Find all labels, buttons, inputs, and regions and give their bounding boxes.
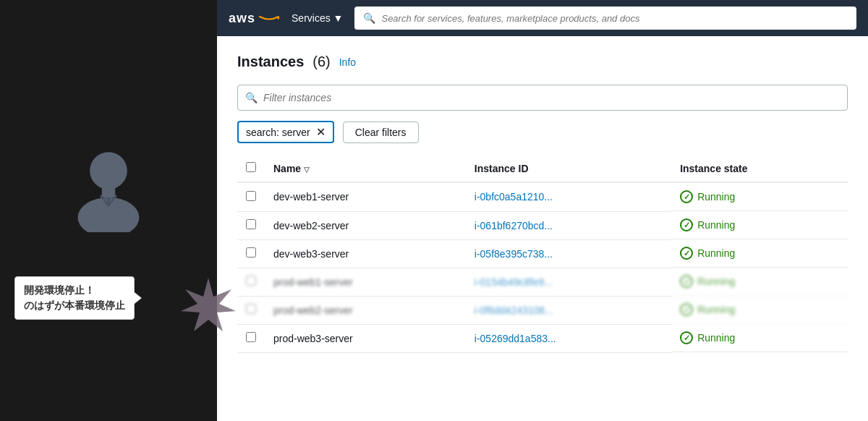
state-label: Running xyxy=(697,276,735,287)
main-content: Instances (6) Info 🔍 search: server ✕ Cl… xyxy=(217,36,868,421)
running-state-icon xyxy=(680,331,693,344)
row-name: prod-web2-server xyxy=(265,296,466,324)
top-nav: aws Services ▼ 🔍 xyxy=(217,0,868,36)
aws-label: aws xyxy=(229,11,255,26)
filter-search-icon: 🔍 xyxy=(245,92,258,103)
page-title: Instances xyxy=(237,54,304,70)
row-instance-id[interactable]: i-05f8e395c738... xyxy=(466,239,671,268)
row-state: Running xyxy=(671,296,848,324)
svg-marker-3 xyxy=(181,278,236,331)
global-search-bar[interactable]: 🔍 xyxy=(354,7,856,30)
row-state: Running xyxy=(671,324,848,352)
row-checkbox-cell[interactable] xyxy=(237,296,265,324)
avatar xyxy=(65,145,152,232)
row-instance-id[interactable]: i-0f6dd4243108... xyxy=(466,296,671,324)
table-row: prod-web3-server i-05269dd1a583... Runni… xyxy=(237,324,848,352)
row-state: Running xyxy=(671,211,848,239)
row-checkbox-cell[interactable] xyxy=(237,211,265,239)
filter-tag-close-icon[interactable]: ✕ xyxy=(316,125,326,139)
left-panel: 開発環境停止！ のはずが本番環境停止 xyxy=(0,0,217,421)
row-checkbox[interactable] xyxy=(246,247,256,258)
row-name: prod-web1-server xyxy=(265,268,466,296)
row-checkbox-cell[interactable] xyxy=(237,324,265,352)
row-name: dev-web1-server xyxy=(265,182,466,211)
row-instance-id[interactable]: i-0bfc0a5a1210... xyxy=(466,182,671,211)
table-body: dev-web1-server i-0bfc0a5a1210... Runnin… xyxy=(237,182,848,352)
info-link[interactable]: Info xyxy=(339,56,356,68)
services-button[interactable]: Services ▼ xyxy=(292,12,343,24)
search-icon: 🔍 xyxy=(363,12,375,24)
aws-logo: aws xyxy=(229,11,280,26)
filter-tag-label: search: server xyxy=(246,127,310,138)
row-name: dev-web3-server xyxy=(265,239,466,268)
active-filter-tag[interactable]: search: server ✕ xyxy=(237,121,334,143)
table-row: dev-web3-server i-05f8e395c738... Runnin… xyxy=(237,239,848,268)
starburst-decoration xyxy=(179,276,237,334)
row-name: prod-web3-server xyxy=(265,324,466,352)
row-checkbox[interactable] xyxy=(246,332,256,342)
row-name: dev-web2-server xyxy=(265,211,466,239)
row-state: Running xyxy=(671,268,848,296)
row-checkbox[interactable] xyxy=(246,276,256,286)
avatar-container xyxy=(65,145,152,232)
table-row: prod-web1-server i-0154b49c8fe9... Runni… xyxy=(237,268,848,296)
row-instance-id[interactable]: i-061bf6270bcd... xyxy=(466,211,671,239)
running-state-icon xyxy=(680,303,693,316)
services-label: Services ▼ xyxy=(292,12,343,24)
table-row: prod-web2-server i-0f6dd4243108... Runni… xyxy=(237,296,848,324)
state-label: Running xyxy=(697,247,735,259)
row-checkbox[interactable] xyxy=(246,219,256,229)
col-header-instance-id: Instance ID xyxy=(466,155,671,182)
state-label: Running xyxy=(697,191,735,203)
instances-table: Name ▽ Instance ID Instance state dev-we… xyxy=(237,155,848,353)
filter-instances-input[interactable] xyxy=(263,92,840,103)
row-checkbox[interactable] xyxy=(246,191,256,201)
select-all-header[interactable] xyxy=(237,155,265,182)
active-filters-row: search: server ✕ Clear filters xyxy=(237,121,848,143)
row-instance-id[interactable]: i-05269dd1a583... xyxy=(466,324,671,352)
row-checkbox-cell[interactable] xyxy=(237,182,265,211)
filter-row[interactable]: 🔍 xyxy=(237,85,848,111)
state-label: Running xyxy=(697,332,735,344)
running-state-icon xyxy=(680,190,693,203)
tooltip-line2: のはずが本番環境停止 xyxy=(24,299,125,311)
state-label: Running xyxy=(697,219,735,231)
row-checkbox-cell[interactable] xyxy=(237,268,265,296)
running-state-icon xyxy=(680,275,693,288)
clear-filters-button[interactable]: Clear filters xyxy=(343,122,419,143)
tooltip-bubble: 開発環境停止！ のはずが本番環境停止 xyxy=(14,276,135,320)
running-state-icon xyxy=(680,218,693,231)
instance-count: (6) xyxy=(312,54,330,70)
row-instance-id[interactable]: i-0154b49c8fe9... xyxy=(466,268,671,296)
state-label: Running xyxy=(697,304,735,315)
table-row: dev-web2-server i-061bf6270bcd... Runnin… xyxy=(237,211,848,239)
tooltip-line1: 開発環境停止！ xyxy=(24,284,95,296)
row-state: Running xyxy=(671,183,848,211)
right-panel: aws Services ▼ 🔍 Instances (6) Info 🔍 xyxy=(217,0,868,421)
svg-rect-1 xyxy=(102,187,115,197)
table-row: dev-web1-server i-0bfc0a5a1210... Runnin… xyxy=(237,182,848,211)
global-search-input[interactable] xyxy=(381,13,848,24)
svg-point-0 xyxy=(90,152,127,190)
page-header: Instances (6) Info xyxy=(237,54,848,70)
sort-icon: ▽ xyxy=(304,166,310,174)
row-checkbox[interactable] xyxy=(246,304,256,314)
aws-smile-icon xyxy=(258,14,280,22)
col-header-instance-state: Instance state xyxy=(671,155,848,182)
table-header-row: Name ▽ Instance ID Instance state xyxy=(237,155,848,182)
row-checkbox-cell[interactable] xyxy=(237,239,265,268)
col-header-name: Name ▽ xyxy=(265,155,466,182)
running-state-icon xyxy=(680,247,693,260)
row-state: Running xyxy=(671,239,848,268)
select-all-checkbox[interactable] xyxy=(246,162,256,172)
